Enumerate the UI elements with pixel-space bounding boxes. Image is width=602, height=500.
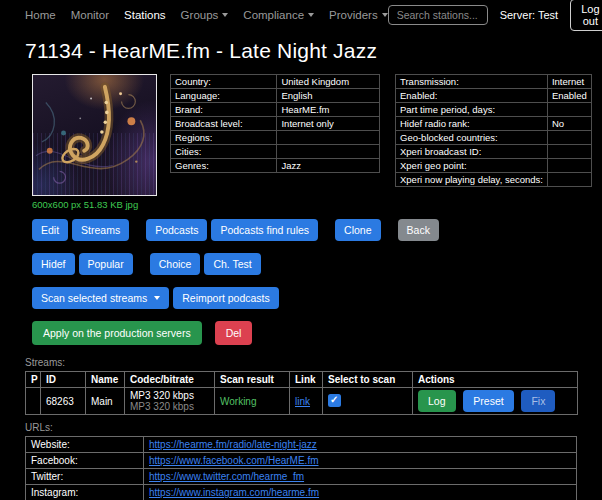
website-link[interactable]: https://hearme.fm/radio/late-night-jazz: [149, 439, 317, 450]
table-row: Cities:: [171, 145, 380, 159]
info-value: English: [277, 89, 380, 103]
stream-name-cell: Main: [86, 388, 125, 415]
info-value: [277, 131, 380, 145]
nav-item-groups[interactable]: Groups: [181, 9, 229, 21]
info-label: Transmission:: [396, 75, 548, 89]
info-value: [547, 103, 591, 117]
top-navbar: Home Monitor Stations Groups Compliance …: [0, 0, 602, 30]
chevron-down-icon: [154, 296, 160, 300]
facebook-link[interactable]: https://www.facebook.com/HearME.fm: [149, 455, 319, 466]
info-label: Xperi now playing delay, seconds:: [396, 173, 548, 187]
table-row: Xperi broadcast ID:: [396, 145, 592, 159]
nav-item-monitor[interactable]: Monitor: [71, 9, 109, 21]
table-row: Genres:Jazz: [171, 159, 380, 173]
podcasts-find-rules-button[interactable]: Podcasts find rules: [211, 219, 318, 241]
stream-link[interactable]: link: [295, 396, 310, 407]
button-row-3: Scan selected streams Reimport podcasts: [32, 287, 577, 309]
image-meta-caption: 600x600 px 51.83 KB jpg: [32, 199, 157, 210]
chevron-down-icon: [308, 13, 314, 17]
ch-test-button[interactable]: Ch. Test: [204, 253, 260, 275]
url-value-cell: https://www.instagram.com/hearme.fm: [144, 485, 577, 500]
info-value: Internet only: [277, 117, 380, 131]
scan-selected-streams-dropdown[interactable]: Scan selected streams: [32, 287, 169, 309]
info-value: [277, 145, 380, 159]
chevron-down-icon: [222, 13, 228, 17]
info-label: Brand:: [171, 103, 277, 117]
button-row-4: Apply on the production servers Del: [32, 321, 577, 345]
info-label: Hidef radio rank:: [396, 117, 548, 131]
station-info-table-right: Transmission:Internet Enabled:Enabled Pa…: [395, 74, 592, 187]
info-label: Genres:: [171, 159, 277, 173]
stream-id-cell: 68263: [41, 388, 86, 415]
nav-item-stations[interactable]: Stations: [124, 9, 166, 21]
info-label: Country:: [171, 75, 277, 89]
url-value-cell: https://hearme.fm/radio/late-night-jazz: [144, 437, 577, 453]
table-row: Language:English: [171, 89, 380, 103]
info-value: [547, 131, 591, 145]
instagram-link[interactable]: https://www.instagram.com/hearme.fm: [149, 487, 319, 498]
podcasts-button[interactable]: Podcasts: [146, 219, 207, 241]
delete-button[interactable]: Del: [215, 321, 253, 345]
nav-item-groups-label: Groups: [181, 9, 219, 21]
info-value: No: [547, 117, 591, 131]
fix-button[interactable]: Fix: [521, 390, 555, 412]
info-label: Xperi geo point:: [396, 159, 548, 173]
nav-item-home[interactable]: Home: [25, 9, 56, 21]
scan-selected-streams-label: Scan selected streams: [41, 292, 147, 304]
select-to-scan-cell: [323, 388, 413, 415]
column-header: Link: [290, 372, 323, 388]
info-value: Jazz: [277, 159, 380, 173]
table-row: Brand:HearME.fm: [171, 103, 380, 117]
info-value: United Kingdom: [277, 75, 380, 89]
codec-line-1: MP3 320 kbps: [130, 390, 209, 401]
station-image-block: 600x600 px 51.83 KB jpg: [32, 74, 157, 210]
clone-button[interactable]: Clone: [335, 219, 380, 241]
apply-production-button[interactable]: Apply on the production servers: [32, 321, 202, 345]
stream-actions-cell: Log Preset Fix: [413, 388, 578, 415]
preset-button[interactable]: Preset: [463, 390, 513, 412]
streams-header-row: P ID Name Codec/bitrate Scan result Link…: [26, 372, 578, 388]
table-row: Part time period, days:: [396, 103, 592, 117]
server-label: Server: Test: [500, 9, 559, 21]
saxophone-artwork: [33, 75, 156, 195]
popular-button[interactable]: Popular: [79, 253, 133, 275]
station-info-table-left: Country:United Kingdom Language:English …: [170, 74, 380, 173]
log-button[interactable]: Log: [418, 390, 456, 412]
action-buttons-area: Edit Streams Podcasts Podcasts find rule…: [32, 219, 577, 345]
url-label: Twitter:: [26, 469, 144, 485]
column-header: Codec/bitrate: [125, 372, 215, 388]
table-row: Transmission:Internet: [396, 75, 592, 89]
nav-item-stations-label: Stations: [124, 9, 166, 21]
nav-item-compliance[interactable]: Compliance: [243, 9, 314, 21]
info-value: [547, 173, 591, 187]
info-value: Internet: [547, 75, 591, 89]
streams-button[interactable]: Streams: [72, 219, 129, 241]
info-value: [547, 159, 591, 173]
info-label: Broadcast level:: [171, 117, 277, 131]
reimport-podcasts-button[interactable]: Reimport podcasts: [173, 287, 279, 309]
twitter-link[interactable]: https://www.twitter.com/hearme_fm: [149, 471, 304, 482]
stream-p-cell: [26, 388, 41, 415]
info-label: Xperi broadcast ID:: [396, 145, 548, 159]
url-value-cell: https://www.twitter.com/hearme_fm: [144, 469, 577, 485]
column-header: Scan result: [215, 372, 290, 388]
edit-button[interactable]: Edit: [32, 219, 68, 241]
streams-table: P ID Name Codec/bitrate Scan result Link…: [25, 371, 578, 415]
back-button[interactable]: Back: [398, 219, 439, 241]
logout-button[interactable]: Log out: [570, 0, 602, 31]
info-value: HearME.fm: [277, 103, 380, 117]
hidef-button[interactable]: Hidef: [32, 253, 75, 275]
nav-item-providers[interactable]: Providers: [329, 9, 388, 21]
search-input[interactable]: [388, 5, 488, 25]
url-value-cell: https://www.facebook.com/HearME.fm: [144, 453, 577, 469]
table-row: Xperi geo point:: [396, 159, 592, 173]
column-header: P: [26, 372, 41, 388]
nav-item-home-label: Home: [25, 9, 56, 21]
codec-line-2: MP3 320 kbps: [130, 401, 209, 412]
stream-row: 68263 Main MP3 320 kbps MP3 320 kbps Wor…: [26, 388, 578, 415]
select-to-scan-checkbox[interactable]: [328, 394, 341, 407]
choice-button[interactable]: Choice: [150, 253, 201, 275]
nav-item-monitor-label: Monitor: [71, 9, 109, 21]
table-row: Regions:: [171, 131, 380, 145]
info-label: Regions:: [171, 131, 277, 145]
